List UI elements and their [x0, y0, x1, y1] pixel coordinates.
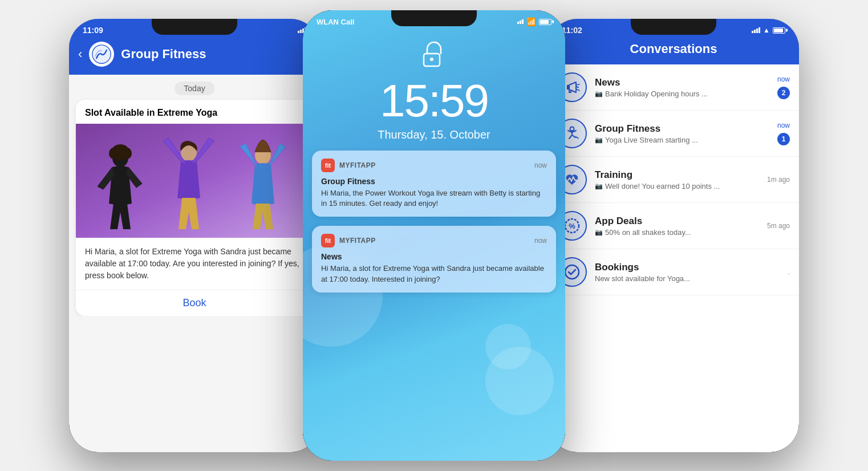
- notch-center: [391, 10, 477, 26]
- svg-text:%: %: [569, 222, 575, 230]
- phone-group-fitness: 11:09 ‹: [69, 19, 320, 452]
- svg-point-4: [109, 148, 118, 159]
- notif-1-body: Hi Maria, the Power Workout Yoga live st…: [321, 188, 547, 209]
- lock-wifi-icon: 📶: [526, 17, 536, 26]
- book-button[interactable]: Book: [76, 290, 313, 316]
- notch-left: [152, 19, 237, 35]
- notif-2-app-name: MYFITAPP: [339, 237, 376, 245]
- phone-lock-screen: WLAN Call 📶: [303, 10, 565, 461]
- screen-group-fitness: 11:09 ‹: [69, 19, 320, 452]
- percent-icon: %: [563, 217, 581, 234]
- notif-1-app-icon: fit: [321, 159, 335, 172]
- conv-time-news: now: [777, 75, 790, 83]
- conv-time-bookings: .: [788, 268, 790, 276]
- conv-name-news: News: [595, 77, 769, 88]
- conv-badge-gf: 1: [777, 133, 790, 145]
- lock-carrier: WLAN Call: [317, 18, 354, 26]
- conv-preview-bookings: New slot available for Yoga...: [595, 274, 780, 283]
- conv-preview-news: 📷 Bank Holiday Opening hours ...: [595, 90, 769, 98]
- conversations-list: News 📷 Bank Holiday Opening hours ... no…: [548, 64, 799, 295]
- notif-1-header: fit MYFITAPP now: [321, 159, 547, 172]
- megaphone-icon: [563, 79, 581, 96]
- group-fitness-title: Group Fitness: [121, 47, 206, 62]
- fitness-image: [76, 124, 313, 238]
- conv-info-news: News 📷 Bank Holiday Opening hours ...: [595, 77, 769, 98]
- conversations-header: ✕ Conversations: [548, 37, 799, 64]
- notif-1-app-name: MYFITAPP: [339, 161, 376, 169]
- battery-icon-right: [773, 27, 785, 34]
- conv-item-training[interactable]: Training 📷 Well done! You earned 10 poin…: [548, 157, 799, 203]
- conv-meta-app-deals: 5m ago: [767, 222, 790, 230]
- lock-date: Thursday, 15. October: [303, 128, 565, 141]
- bubble-3: [485, 324, 531, 370]
- yoga-icon: [563, 125, 581, 142]
- conv-item-app-deals[interactable]: % App Deals 📷 50% on all shakes today...…: [548, 203, 799, 249]
- lock-time: 15:59: [303, 78, 565, 124]
- back-button[interactable]: ‹: [78, 47, 82, 62]
- conv-info-bookings: Bookings New slot available for Yoga...: [595, 262, 780, 283]
- svg-point-10: [570, 127, 574, 131]
- conv-meta-training: 1m ago: [767, 176, 790, 184]
- conv-name-group-fitness: Group Fitness: [595, 123, 769, 135]
- notif-2-time: now: [534, 237, 547, 245]
- lock-signal-icon: [517, 19, 524, 24]
- notif-1-title: Group Fitness: [321, 177, 547, 186]
- conv-meta-bookings: .: [788, 268, 790, 276]
- conv-time-training: 1m ago: [767, 176, 790, 184]
- notification-1: fit MYFITAPP now Group Fitness Hi Maria,…: [312, 151, 556, 217]
- notif-1-time: now: [534, 161, 547, 169]
- conv-info-app-deals: App Deals 📷 50% on all shakes today...: [595, 216, 759, 237]
- slot-card: Slot Available in Extreme Yoga: [76, 100, 313, 316]
- notif-2-app-icon: fit: [321, 234, 335, 247]
- status-time-left: 11:09: [83, 26, 103, 35]
- phones-container: 11:09 ‹: [0, 0, 868, 471]
- fitness-image-svg: [76, 124, 313, 238]
- conv-meta-group-fitness: now 1: [777, 121, 790, 145]
- conv-name-app-deals: App Deals: [595, 216, 759, 227]
- conv-preview-training: 📷 Well done! You earned 10 points ...: [595, 182, 759, 190]
- conv-preview-group-fitness: 📷 Yoga Live Stream starting ...: [595, 136, 769, 144]
- today-label: Today: [175, 82, 214, 95]
- today-badge: Today: [69, 75, 320, 100]
- conv-item-bookings[interactable]: Bookings New slot available for Yoga... …: [548, 249, 799, 295]
- lock-status-icons: 📶: [517, 17, 551, 26]
- camera-icon-gf: 📷: [595, 136, 603, 144]
- conv-badge-news: 2: [777, 87, 790, 99]
- camera-icon-news: 📷: [595, 90, 603, 98]
- screen-conversations: 11:02 ▲ ✕ Conversations: [548, 19, 799, 452]
- gym-logo: [89, 42, 114, 67]
- conv-name-training: Training: [595, 169, 759, 181]
- svg-point-13: [565, 265, 579, 279]
- conv-name-bookings: Bookings: [595, 262, 780, 273]
- card-body: Hi Maria, a slot for Extreme Yoga with S…: [76, 238, 313, 290]
- notification-2: fit MYFITAPP now News Hi Maria, a slot f…: [312, 226, 556, 292]
- conv-time-gf: now: [777, 121, 790, 129]
- conv-item-news[interactable]: News 📷 Bank Holiday Opening hours ... no…: [548, 64, 799, 111]
- screen-lock: WLAN Call 📶: [303, 10, 565, 461]
- notif-2-body: Hi Maria, a slot for Extreme Yoga with S…: [321, 263, 547, 284]
- lock-battery-icon: [539, 19, 551, 25]
- conv-preview-app-deals: 📷 50% on all shakes today...: [595, 228, 759, 237]
- camera-icon-deals: 📷: [595, 229, 603, 236]
- phone-conversations: 11:02 ▲ ✕ Conversations: [548, 19, 799, 452]
- checkmark-icon: [563, 263, 581, 281]
- svg-point-9: [430, 58, 433, 61]
- svg-point-5: [123, 148, 132, 159]
- conv-time-deals: 5m ago: [767, 222, 790, 230]
- phone1-content: Today Slot Available in Extreme Yoga: [69, 75, 320, 316]
- group-fitness-header: ‹ Group Fitness: [69, 37, 320, 75]
- lock-svg: [423, 40, 445, 67]
- conv-meta-news: now 2: [777, 75, 790, 99]
- conv-item-group-fitness[interactable]: Group Fitness 📷 Yoga Live Stream startin…: [548, 111, 799, 157]
- status-icons-right: ▲: [752, 26, 785, 34]
- heart-rate-icon: [563, 171, 581, 188]
- conv-info-group-fitness: Group Fitness 📷 Yoga Live Stream startin…: [595, 123, 769, 144]
- notif-2-title: News: [321, 252, 547, 261]
- notif-2-header: fit MYFITAPP now: [321, 234, 547, 247]
- conversations-title: Conversations: [630, 42, 717, 56]
- card-title: Slot Available in Extreme Yoga: [76, 100, 313, 124]
- gym-logo-icon: [91, 44, 112, 64]
- signal-icon-right: [752, 27, 760, 33]
- notch-right: [631, 19, 716, 35]
- conv-info-training: Training 📷 Well done! You earned 10 poin…: [595, 169, 759, 190]
